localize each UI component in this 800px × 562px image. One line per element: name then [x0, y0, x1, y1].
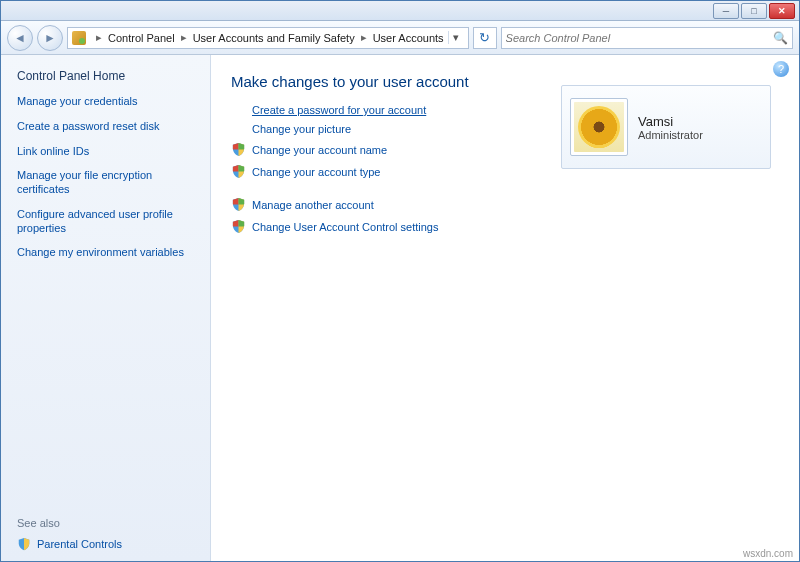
shield-icon [231, 197, 246, 212]
sidebar-task[interactable]: Manage your credentials [17, 95, 194, 109]
manage-another-account-link[interactable]: Manage another account [252, 199, 374, 211]
search-icon: 🔍 [773, 31, 788, 45]
minimize-button[interactable]: ─ [713, 3, 739, 19]
close-button[interactable]: ✕ [769, 3, 795, 19]
back-button[interactable]: ◄ [7, 25, 33, 51]
sidebar-task[interactable]: Configure advanced user profile properti… [17, 208, 194, 236]
breadcrumb-item[interactable]: Control Panel [108, 32, 175, 44]
breadcrumb-item[interactable]: User Accounts and Family Safety [193, 32, 355, 44]
sidebar: Control Panel Home Manage your credentia… [1, 55, 211, 561]
search-box[interactable]: 🔍 [501, 27, 793, 49]
chevron-right-icon: ▸ [355, 31, 373, 44]
chevron-right-icon: ▸ [90, 31, 108, 44]
help-icon[interactable]: ? [773, 61, 789, 77]
search-input[interactable] [506, 32, 773, 44]
parental-controls-link[interactable]: Parental Controls [17, 537, 194, 551]
change-account-name-link[interactable]: Change your account name [252, 144, 387, 156]
user-name: Vamsi [638, 114, 703, 129]
change-uac-settings-link[interactable]: Change User Account Control settings [252, 221, 439, 233]
window-body: Control Panel Home Manage your credentia… [1, 55, 799, 561]
user-role: Administrator [638, 129, 703, 141]
shield-icon [231, 142, 246, 157]
content-area: ? Make changes to your user account Crea… [211, 55, 799, 561]
refresh-button[interactable]: ↻ [473, 27, 497, 49]
shield-icon [231, 219, 246, 234]
shield-icon [17, 537, 31, 551]
titlebar: ─ □ ✕ [1, 1, 799, 21]
user-avatar-icon [574, 102, 624, 152]
breadcrumb-dropdown[interactable]: ▾ [448, 31, 464, 44]
breadcrumb-item[interactable]: User Accounts [373, 32, 444, 44]
parental-controls-label: Parental Controls [37, 538, 122, 550]
navigation-bar: ◄ ► ▸ Control Panel ▸ User Accounts and … [1, 21, 799, 55]
sidebar-task[interactable]: Link online IDs [17, 145, 194, 159]
user-info: Vamsi Administrator [638, 114, 703, 141]
user-tile: Vamsi Administrator [561, 85, 771, 169]
watermark: wsxdn.com [743, 548, 793, 559]
maximize-button[interactable]: □ [741, 3, 767, 19]
user-accounts-icon [72, 31, 86, 45]
shield-icon [231, 164, 246, 179]
control-panel-window: ─ □ ✕ ◄ ► ▸ Control Panel ▸ User Account… [0, 0, 800, 562]
change-account-type-link[interactable]: Change your account type [252, 166, 380, 178]
forward-button[interactable]: ► [37, 25, 63, 51]
sidebar-task[interactable]: Manage your file encryption certificates [17, 169, 194, 197]
control-panel-home-link[interactable]: Control Panel Home [17, 69, 194, 83]
chevron-right-icon: ▸ [175, 31, 193, 44]
change-picture-link[interactable]: Change your picture [252, 123, 351, 135]
see-also-label: See also [17, 517, 194, 529]
sidebar-task[interactable]: Create a password reset disk [17, 120, 194, 134]
avatar-frame [570, 98, 628, 156]
breadcrumb[interactable]: ▸ Control Panel ▸ User Accounts and Fami… [67, 27, 469, 49]
create-password-link[interactable]: Create a password for your account [252, 104, 426, 116]
sidebar-task[interactable]: Change my environment variables [17, 246, 194, 260]
account-actions-group-2: Manage another account Change User Accou… [231, 197, 779, 234]
